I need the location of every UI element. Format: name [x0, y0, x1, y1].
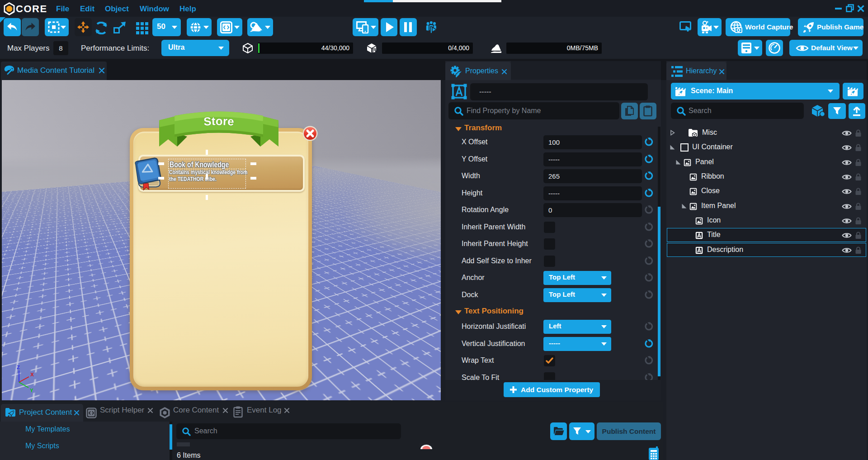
svg-text:Z: Z [17, 365, 20, 370]
svg-text:X: X [30, 372, 34, 377]
svg-text:Store: Store [203, 114, 234, 128]
svg-text:Y: Y [30, 388, 33, 393]
